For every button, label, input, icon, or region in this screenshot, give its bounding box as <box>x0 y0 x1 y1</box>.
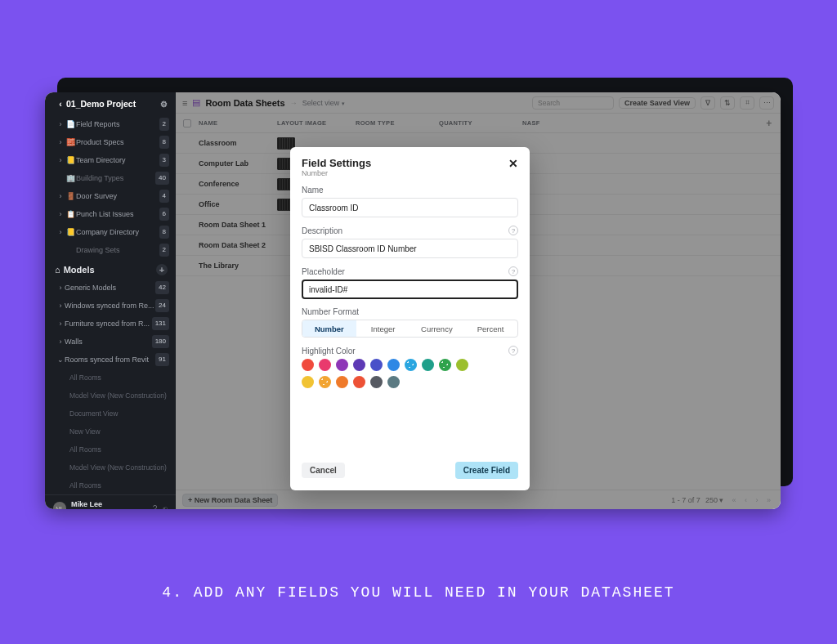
color-swatch[interactable] <box>319 376 331 388</box>
new-row-button[interactable]: + New Room Data Sheet <box>182 494 278 507</box>
page-next[interactable]: › <box>752 496 761 504</box>
add-column-button[interactable]: + <box>758 118 781 129</box>
color-swatch[interactable] <box>456 359 468 371</box>
user-footer[interactable]: ML Mike Lee Layer ? ⎋ <box>45 494 176 509</box>
close-icon[interactable]: ✕ <box>508 157 518 170</box>
color-swatch[interactable] <box>353 376 365 388</box>
model-item[interactable]: ›Walls180 <box>45 333 176 351</box>
page-prev[interactable]: ‹ <box>741 496 750 504</box>
count-badge: 8 <box>159 136 169 149</box>
field-name-input[interactable] <box>302 198 518 217</box>
more-icon[interactable]: ⋯ <box>759 96 774 110</box>
model-item[interactable]: ›Furniture synced from R...131 <box>45 315 176 333</box>
model-view-item[interactable]: All Rooms <box>45 476 176 494</box>
help-icon[interactable]: ? <box>508 226 518 235</box>
model-view-item[interactable]: Model View (New Construction) <box>45 458 176 476</box>
exit-icon[interactable]: ⎋ <box>163 504 168 510</box>
page-first[interactable]: « <box>728 496 739 504</box>
model-view-item[interactable]: All Rooms <box>45 441 176 458</box>
user-name: Mike Lee <box>71 500 102 508</box>
cell-name: Office <box>199 200 277 208</box>
sidebar-item[interactable]: ›📒Team Directory3 <box>45 151 176 169</box>
col-name[interactable]: NAME <box>199 119 277 127</box>
color-swatch[interactable] <box>370 359 383 371</box>
project-name: 01_Demo Project <box>66 99 160 109</box>
sidebar-item[interactable]: ›🚪Door Survey4 <box>45 187 176 205</box>
create-field-button[interactable]: Create Field <box>455 462 518 479</box>
help-icon[interactable]: ? <box>153 504 158 510</box>
col-room-type[interactable]: ROOM TYPE <box>356 119 439 127</box>
model-view-item[interactable]: New View <box>45 423 176 441</box>
chevron-right-icon: › <box>56 118 65 131</box>
label-highlight-color: Highlight Color <box>302 347 356 356</box>
select-all-checkbox[interactable] <box>183 119 191 127</box>
sidebar-item[interactable]: 🏢Building Types40 <box>45 169 176 187</box>
model-item[interactable]: ›Generic Models42 <box>45 279 176 297</box>
sidebar-item[interactable]: Drawing Sets2 <box>45 241 176 259</box>
create-saved-view-button[interactable]: Create Saved View <box>619 97 696 109</box>
sidebar-item-label: Field Reports <box>76 118 159 131</box>
color-swatch[interactable] <box>336 376 348 388</box>
color-swatch[interactable] <box>387 359 400 371</box>
sidebar-item[interactable]: ›📒Company Directory8 <box>45 223 176 241</box>
format-option[interactable]: Percent <box>463 320 517 337</box>
gear-icon[interactable]: ⚙ <box>160 100 168 109</box>
color-swatch[interactable] <box>405 359 417 371</box>
grid-icon[interactable]: ⌗ <box>740 96 754 110</box>
sidebar-item-label: Door Survey <box>76 190 159 203</box>
sidebar-item[interactable]: ›🧱Product Specs8 <box>45 133 176 151</box>
color-swatch[interactable] <box>336 359 348 371</box>
model-item[interactable]: ⌄Rooms synced from Revit91 <box>45 351 176 369</box>
user-org: Layer <box>71 508 102 509</box>
color-swatch[interactable] <box>302 359 314 371</box>
project-header[interactable]: ‹ 01_Demo Project ⚙ <box>45 92 176 115</box>
model-view-item[interactable]: Model View (New Construction) <box>45 387 176 405</box>
model-view-item[interactable]: All Rooms <box>45 369 176 387</box>
field-placeholder-input[interactable] <box>302 280 518 299</box>
bottom-bar: + New Room Data Sheet 1 - 7 of 7 250 ▾ «… <box>176 490 781 509</box>
add-model-button[interactable]: + <box>156 264 168 275</box>
color-swatch[interactable] <box>370 376 383 388</box>
color-swatch[interactable] <box>302 376 314 388</box>
sort-icon[interactable]: ⇅ <box>720 96 735 110</box>
format-option[interactable]: Number <box>302 320 356 337</box>
models-section-header[interactable]: ⌂ Models + <box>45 259 176 279</box>
page-size-dropdown[interactable]: 250 ▾ <box>705 496 724 504</box>
model-view-item[interactable]: Document View <box>45 405 176 423</box>
cell-name: Conference <box>199 180 277 188</box>
field-description-input[interactable] <box>302 239 518 258</box>
label-description: Description <box>302 226 342 235</box>
menu-icon[interactable]: ≡ <box>182 98 187 108</box>
format-option[interactable]: Currency <box>410 320 464 337</box>
color-swatch[interactable] <box>387 376 400 388</box>
cell-name: Room Data Sheet 2 <box>199 241 277 249</box>
help-icon[interactable]: ? <box>508 346 518 356</box>
col-layout-image[interactable]: LAYOUT IMAGE <box>277 119 356 127</box>
col-nasf[interactable]: NASF <box>522 119 758 127</box>
color-swatch[interactable] <box>319 359 331 371</box>
color-swatch[interactable] <box>422 359 434 371</box>
color-swatch[interactable] <box>353 359 365 371</box>
page-last[interactable]: » <box>763 496 774 504</box>
models-icon: ⌂ <box>55 265 60 275</box>
cancel-button[interactable]: Cancel <box>302 463 345 478</box>
chevron-right-icon: › <box>56 136 65 149</box>
sidebar-item[interactable]: ›📄Field Reports2 <box>45 115 176 133</box>
sidebar-item-label: Product Specs <box>76 136 159 149</box>
col-quantity[interactable]: QUANTITY <box>439 119 522 127</box>
search-input[interactable]: Search <box>532 96 614 110</box>
chevron-icon: › <box>56 335 65 348</box>
color-swatch[interactable] <box>439 359 451 371</box>
help-icon[interactable]: ? <box>508 266 518 276</box>
label-name: Name <box>302 186 324 195</box>
chevron-right-icon: › <box>56 154 65 167</box>
item-icon: 📋 <box>65 208 76 221</box>
model-item[interactable]: ›Windows synced from Re...24 <box>45 297 176 315</box>
sidebar-item[interactable]: ›📋Punch List Issues6 <box>45 205 176 223</box>
select-view-dropdown[interactable]: Select view ▾ <box>302 99 345 107</box>
count-badge: 8 <box>159 226 169 239</box>
label-number-format: Number Format <box>302 307 359 316</box>
number-format-segmented[interactable]: NumberIntegerCurrencyPercent <box>302 320 518 338</box>
filter-icon[interactable]: ∇ <box>700 96 715 110</box>
format-option[interactable]: Integer <box>356 320 410 337</box>
